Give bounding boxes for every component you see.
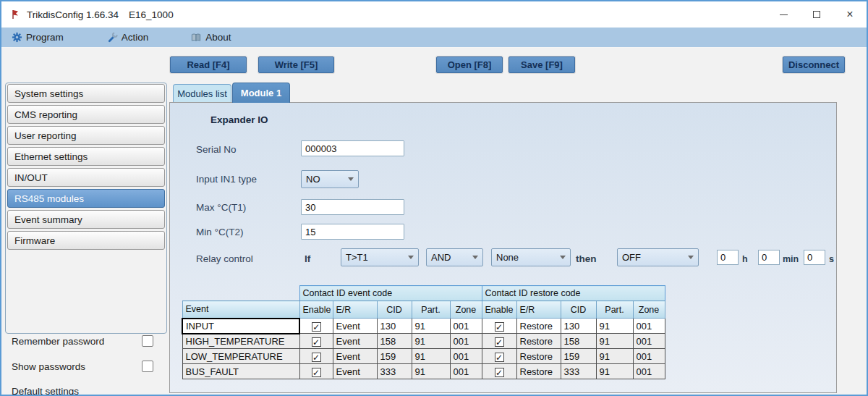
default-settings-label[interactable]: Default settings bbox=[12, 386, 79, 396]
sidebar-item-label: CMS reporting bbox=[14, 109, 77, 120]
cid-cell[interactable]: 159 bbox=[561, 349, 596, 364]
relay-minutes-input[interactable] bbox=[758, 250, 780, 265]
col-part: Part. bbox=[412, 301, 450, 319]
zone-cell[interactable]: 001 bbox=[633, 319, 665, 334]
sidebar-item-ethernet-settings[interactable]: Ethernet settings bbox=[7, 147, 165, 166]
enable-cell[interactable]: ✓ bbox=[482, 334, 516, 349]
part-cell[interactable]: 91 bbox=[412, 334, 450, 349]
zone-cell[interactable]: 001 bbox=[450, 319, 482, 334]
table-header-row: Event Enable E/R CID Part. Zone Enable E… bbox=[182, 301, 665, 319]
enable-cell[interactable]: ✓ bbox=[482, 364, 516, 379]
er-cell[interactable]: Event bbox=[333, 319, 377, 334]
max-temp-input[interactable] bbox=[301, 199, 404, 215]
tab-module-1[interactable]: Module 1 bbox=[232, 83, 290, 103]
remember-password-checkbox[interactable] bbox=[142, 335, 153, 347]
event-name-cell[interactable]: LOW_TEMPERATURE bbox=[182, 349, 299, 364]
cid-cell[interactable]: 130 bbox=[377, 319, 412, 334]
show-passwords-row: Show passwords bbox=[12, 361, 153, 372]
er-cell[interactable]: Restore bbox=[516, 349, 561, 364]
relay-condition2-select[interactable]: None bbox=[491, 248, 571, 266]
sidebar-item-in-out[interactable]: IN/OUT bbox=[7, 168, 165, 187]
relay-seconds-input[interactable] bbox=[804, 250, 825, 265]
serial-no-input[interactable] bbox=[301, 140, 404, 156]
checkbox-checked-icon[interactable]: ✓ bbox=[495, 353, 504, 362]
checkbox-checked-icon[interactable]: ✓ bbox=[495, 322, 504, 332]
gear-icon bbox=[12, 32, 22, 43]
menu-program[interactable]: Program bbox=[7, 28, 68, 47]
menu-about[interactable]: About bbox=[186, 28, 235, 47]
checkbox-checked-icon[interactable]: ✓ bbox=[495, 337, 504, 347]
part-cell[interactable]: 91 bbox=[412, 349, 450, 364]
checkbox-checked-icon[interactable]: ✓ bbox=[312, 368, 321, 377]
chevron-down-icon bbox=[688, 256, 694, 259]
min-temp-input[interactable] bbox=[301, 224, 404, 240]
minimize-button[interactable] bbox=[767, 1, 800, 28]
close-button[interactable]: × bbox=[833, 1, 867, 28]
disconnect-button[interactable]: Disconnect bbox=[783, 56, 845, 73]
minimize-icon bbox=[780, 14, 788, 15]
sidebar-item-system-settings[interactable]: System settings bbox=[7, 84, 165, 103]
zone-cell[interactable]: 001 bbox=[633, 334, 665, 349]
show-passwords-checkbox[interactable] bbox=[142, 361, 153, 372]
chevron-down-icon bbox=[472, 256, 478, 259]
maximize-button[interactable] bbox=[800, 1, 833, 28]
enable-cell[interactable]: ✓ bbox=[482, 349, 516, 364]
er-cell[interactable]: Restore bbox=[516, 319, 561, 334]
enable-cell[interactable]: ✓ bbox=[299, 334, 333, 349]
part-cell[interactable]: 91 bbox=[412, 319, 450, 334]
zone-cell[interactable]: 001 bbox=[450, 364, 482, 379]
relay-seconds-unit: s bbox=[829, 254, 834, 264]
er-cell[interactable]: Event bbox=[333, 349, 377, 364]
relay-minutes-unit: min bbox=[783, 254, 799, 264]
cid-cell[interactable]: 159 bbox=[377, 349, 412, 364]
tab-modules-list[interactable]: Modules list bbox=[173, 84, 231, 103]
relay-action-select[interactable]: OFF bbox=[617, 248, 699, 266]
part-cell[interactable]: 91 bbox=[596, 364, 633, 379]
event-name-cell[interactable]: BUS_FAULT bbox=[182, 364, 299, 379]
event-name-cell[interactable]: INPUT bbox=[182, 319, 299, 334]
part-cell[interactable]: 91 bbox=[596, 349, 633, 364]
sidebar-item-firmware[interactable]: Firmware bbox=[7, 231, 165, 250]
event-name-cell[interactable]: HIGH_TEMPERATURE bbox=[182, 334, 299, 349]
zone-cell[interactable]: 001 bbox=[450, 334, 482, 349]
cid-cell[interactable]: 130 bbox=[561, 319, 596, 334]
open-button[interactable]: Open [F8] bbox=[436, 56, 503, 73]
er-cell[interactable]: Restore bbox=[516, 364, 561, 379]
er-cell[interactable]: Event bbox=[333, 334, 377, 349]
cid-cell[interactable]: 158 bbox=[561, 334, 596, 349]
input-in1-type-select[interactable]: NO bbox=[301, 170, 359, 188]
menu-action[interactable]: Action bbox=[103, 28, 153, 47]
cid-cell[interactable]: 333 bbox=[377, 364, 412, 379]
zone-cell[interactable]: 001 bbox=[633, 349, 665, 364]
sidebar-item-rs485-modules[interactable]: RS485 modules bbox=[7, 189, 165, 208]
relay-operator-select[interactable]: AND bbox=[426, 248, 483, 266]
checkbox-checked-icon[interactable]: ✓ bbox=[312, 337, 321, 347]
read-button[interactable]: Read [F4] bbox=[170, 56, 247, 73]
sidebar-item-event-summary[interactable]: Event summary bbox=[7, 210, 165, 229]
zone-cell[interactable]: 001 bbox=[450, 349, 482, 364]
table-row: LOW_TEMPERATURE ✓ Event 159 91 001 ✓ Res… bbox=[182, 349, 665, 364]
part-cell[interactable]: 91 bbox=[596, 319, 633, 334]
col-cid-2: CID bbox=[561, 301, 596, 319]
checkbox-checked-icon[interactable]: ✓ bbox=[312, 353, 321, 362]
enable-cell[interactable]: ✓ bbox=[299, 364, 333, 379]
enable-cell[interactable]: ✓ bbox=[299, 319, 333, 334]
enable-cell[interactable]: ✓ bbox=[482, 319, 516, 334]
relay-hours-input[interactable] bbox=[717, 250, 739, 265]
part-cell[interactable]: 91 bbox=[412, 364, 450, 379]
sidebar-item-user-reporting[interactable]: User reporting bbox=[7, 126, 165, 145]
cid-cell[interactable]: 333 bbox=[561, 364, 596, 379]
checkbox-checked-icon[interactable]: ✓ bbox=[495, 368, 504, 377]
part-cell[interactable]: 91 bbox=[596, 334, 633, 349]
app-window: TrikdisConfig 1.66.34 E16_1000 × Program bbox=[0, 0, 868, 396]
checkbox-checked-icon[interactable]: ✓ bbox=[312, 322, 321, 332]
enable-cell[interactable]: ✓ bbox=[299, 349, 333, 364]
er-cell[interactable]: Event bbox=[333, 364, 377, 379]
sidebar-item-cms-reporting[interactable]: CMS reporting bbox=[7, 105, 165, 124]
er-cell[interactable]: Restore bbox=[516, 334, 561, 349]
zone-cell[interactable]: 001 bbox=[633, 364, 665, 379]
save-button[interactable]: Save [F9] bbox=[509, 56, 575, 73]
write-button[interactable]: Write [F5] bbox=[258, 56, 334, 73]
cid-cell[interactable]: 158 bbox=[377, 334, 412, 349]
relay-condition1-select[interactable]: T>T1 bbox=[341, 248, 419, 266]
